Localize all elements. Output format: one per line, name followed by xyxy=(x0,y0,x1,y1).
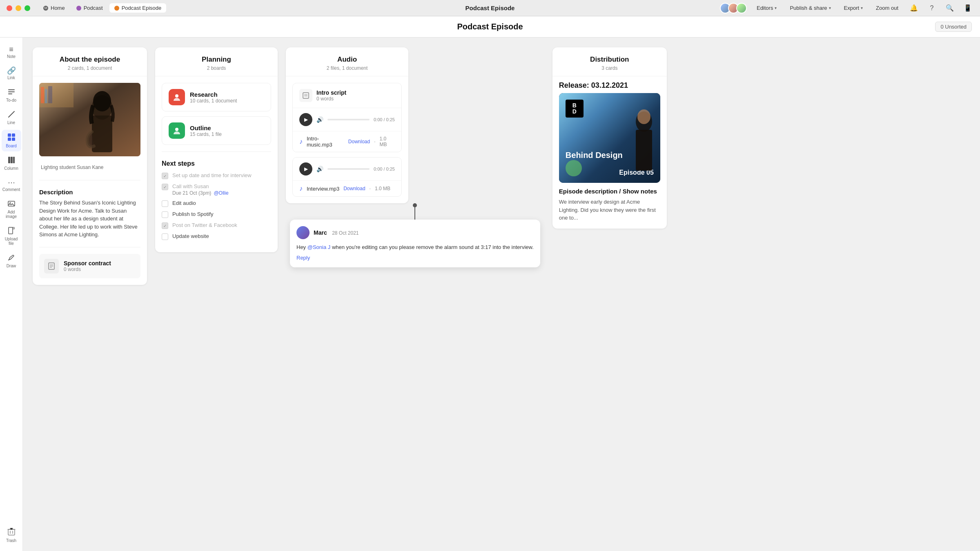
planning-divider xyxy=(162,151,271,152)
progress-bar-1[interactable] xyxy=(327,119,370,120)
tab-home[interactable]: M Home xyxy=(38,3,70,13)
sidebar-item-note[interactable]: ≡ Note xyxy=(2,42,21,62)
music-icon-1: ♪ xyxy=(299,138,303,145)
sponsor-doc-info: Sponsor contract 0 words xyxy=(64,260,111,272)
download-link-2[interactable]: Download xyxy=(343,186,365,191)
audio-file-row-1: ♪ Intro-music.mp3 Download · 1.0 MB xyxy=(293,131,401,152)
checklist-item-call-susan: ✓ Call with Susan Due 21 Oct (3pm) @Olli… xyxy=(162,183,271,196)
comment-mention[interactable]: @Sonia J xyxy=(307,244,331,250)
svg-rect-13 xyxy=(9,227,13,234)
sidebar-item-comment[interactable]: ⋯ Comment xyxy=(2,176,21,195)
sidebar-label-upload-file: Upload file xyxy=(4,237,19,246)
intro-doc-icon xyxy=(299,89,312,102)
episode-thumb-content: BD Behind Design Episode 05 xyxy=(559,93,660,183)
page-title: Podcast Episode xyxy=(457,22,523,31)
checkbox-post-social[interactable]: ✓ xyxy=(162,222,168,229)
svg-rect-6 xyxy=(8,138,11,141)
tab-podcast-episode[interactable]: Podcast Episode xyxy=(109,3,167,13)
show-notes-section: Episode description / Show notes We inte… xyxy=(552,188,667,229)
episode-image xyxy=(39,83,140,156)
svg-point-38 xyxy=(637,109,650,124)
publish-share-button[interactable]: Publish & share ▾ xyxy=(786,3,834,13)
play-button-1[interactable]: ▶ xyxy=(299,113,312,126)
sidebar-item-line[interactable]: Line xyxy=(2,107,21,128)
device-button[interactable]: 📱 xyxy=(962,2,973,14)
sidebar-item-column[interactable]: Column xyxy=(2,153,21,174)
checklist-item-post-social: ✓ Post on Twitter & Facebook xyxy=(162,222,271,229)
checkbox-call-susan[interactable]: ✓ xyxy=(162,184,168,190)
checkbox-update-website[interactable] xyxy=(162,233,168,240)
svg-rect-1 xyxy=(8,91,15,92)
outline-card-info: Outline 15 cards, 1 file xyxy=(190,124,222,137)
search-button[interactable]: 🔍 xyxy=(944,2,956,14)
intro-script-card[interactable]: Intro script 0 words ▶ 🔊 0:00 / 0:25 xyxy=(292,83,402,152)
unsorted-badge[interactable]: 0 Unsorted xyxy=(935,22,972,32)
editors-button[interactable]: Editors ▾ xyxy=(753,3,780,13)
sidebar-item-board[interactable]: Board xyxy=(2,130,21,151)
reply-button[interactable]: Reply xyxy=(296,255,534,261)
upload-file-icon xyxy=(8,227,15,236)
checklist-text-edit-audio: Edit audio xyxy=(172,200,196,206)
research-title: Research xyxy=(190,91,237,98)
help-button[interactable]: ? xyxy=(926,2,938,14)
svg-point-26 xyxy=(93,91,111,111)
close-button[interactable] xyxy=(7,5,12,11)
about-body: Lighting student Susan Kane Description … xyxy=(33,76,147,285)
checkbox-edit-audio[interactable] xyxy=(162,200,168,207)
bd-logo-text: BD xyxy=(572,102,577,115)
sidebar-item-upload-file[interactable]: Upload file xyxy=(2,224,21,249)
zoom-button[interactable]: Zoom out xyxy=(873,3,902,13)
next-steps-title: Next steps xyxy=(162,160,271,167)
comment-header: Marc 28 Oct 2021 xyxy=(296,226,534,239)
research-card-info: Research 10 cards, 1 document xyxy=(190,91,237,104)
checklist-item-update-website: Update website xyxy=(162,233,271,240)
zoom-label: Zoom out xyxy=(876,5,898,11)
column-icon xyxy=(8,156,15,165)
tab-podcast[interactable]: Podcast xyxy=(71,3,108,13)
outline-card[interactable]: Outline 15 cards, 1 file xyxy=(162,116,271,145)
svg-rect-5 xyxy=(12,133,15,137)
volume-icon-2: 🔊 xyxy=(316,166,323,172)
titlebar-right: Editors ▾ Publish & share ▾ Export ▾ Zoo… xyxy=(720,2,973,14)
call-susan-sub: Due 21 Oct (3pm) @Ollie xyxy=(172,190,229,196)
description-text: The Story Behind Susan's Iconic Lighting… xyxy=(39,199,140,239)
next-steps-section: Next steps ✓ Set up date and time for in… xyxy=(162,158,271,246)
svg-rect-7 xyxy=(12,138,15,141)
column-distribution: Distribution 3 cards Release: 03.12.2021… xyxy=(552,47,667,229)
window-title: Podcast Episode xyxy=(466,4,515,11)
divider-1 xyxy=(39,180,140,180)
call-susan-mention[interactable]: @Ollie xyxy=(214,190,228,196)
todo-icon xyxy=(8,88,15,97)
minimize-button[interactable] xyxy=(16,5,21,11)
outline-card-icon xyxy=(169,122,185,139)
column-about: About the episode 2 cards, 1 document xyxy=(33,47,147,285)
sidebar-item-todo[interactable]: To-do xyxy=(2,85,21,106)
interview-card[interactable]: ▶ 🔊 0:00 / 0:25 ♪ Interview.mp3 Download… xyxy=(292,157,402,197)
checkbox-publish-spotify[interactable] xyxy=(162,211,168,218)
svg-rect-37 xyxy=(636,130,652,171)
sponsor-doc-name: Sponsor contract xyxy=(64,260,111,267)
tab-episode-dot xyxy=(114,6,119,11)
sidebar-item-add-image[interactable]: Add image xyxy=(2,197,21,222)
sidebar-item-link[interactable]: 🔗 Link xyxy=(2,64,21,83)
maximize-button[interactable] xyxy=(24,5,30,11)
progress-bar-2[interactable] xyxy=(327,168,370,170)
checkbox-set-date[interactable]: ✓ xyxy=(162,173,168,179)
checklist-item-set-date: ✓ Set up date and time for interview xyxy=(162,172,271,179)
play-button-2[interactable]: ▶ xyxy=(299,162,312,176)
thumb-circle xyxy=(566,160,582,176)
download-link-1[interactable]: Download xyxy=(348,139,370,144)
research-card[interactable]: Research 10 cards, 1 document xyxy=(162,83,271,111)
intro-doc-info: Intro script 0 words xyxy=(316,89,346,102)
export-label: Export xyxy=(844,5,860,11)
sidebar-item-draw[interactable]: Draw xyxy=(2,251,21,271)
editors-avatars xyxy=(720,3,747,13)
audio-title: Audio xyxy=(294,56,400,64)
sponsor-doc-meta: 0 words xyxy=(64,267,111,272)
sponsor-contract-card[interactable]: Sponsor contract 0 words xyxy=(39,254,140,278)
sidebar-item-trash[interactable]: Trash xyxy=(2,524,21,546)
checklist-text-update-website: Update website xyxy=(172,233,209,239)
notifications-button[interactable]: 🔔 xyxy=(908,2,920,14)
export-button[interactable]: Export ▾ xyxy=(841,3,866,13)
audio-size-1: 1.0 MB xyxy=(380,136,395,147)
